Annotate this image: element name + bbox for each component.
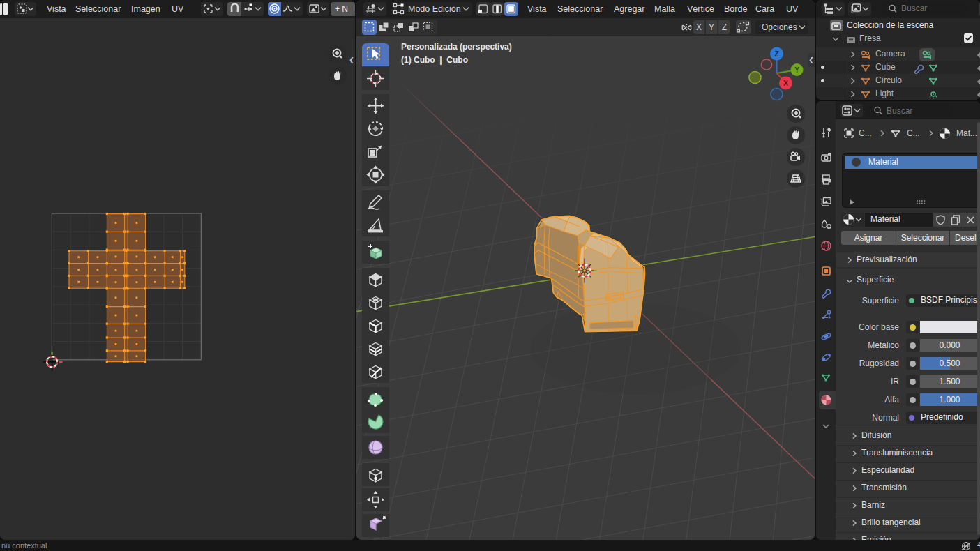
svg-text:Y: Y xyxy=(794,66,799,74)
svg-text:X: X xyxy=(783,80,788,87)
svg-text:Z: Z xyxy=(774,50,778,58)
